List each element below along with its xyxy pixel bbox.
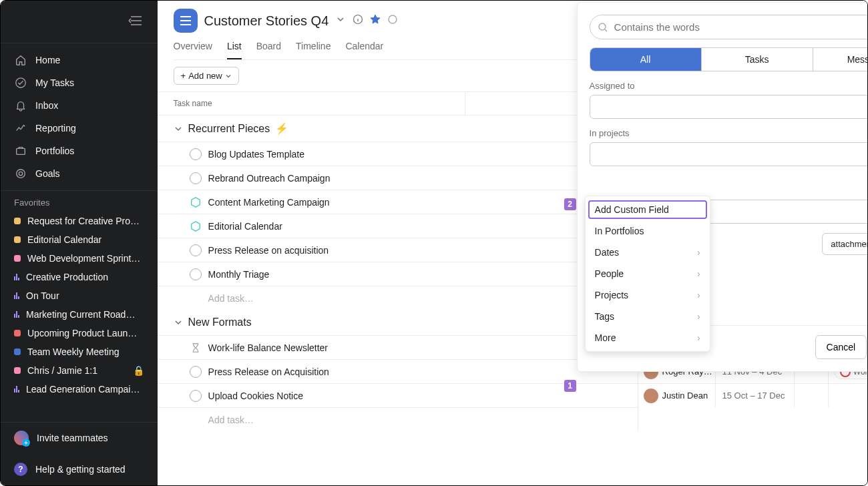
menu-item-dates[interactable]: Dates› xyxy=(586,242,710,263)
nav-label: Reporting xyxy=(35,123,76,134)
task-name: Content Marketing Campaign xyxy=(208,197,330,208)
in-projects-input[interactable] xyxy=(590,142,868,166)
collapse-sidebar-icon[interactable] xyxy=(128,15,144,29)
due-cell[interactable]: 15 Oct – 17 Dec xyxy=(716,384,795,407)
goals-icon xyxy=(14,167,27,180)
star-icon[interactable] xyxy=(370,14,381,27)
check-icon[interactable] xyxy=(190,366,202,378)
filter-menu: Add Custom FieldIn PortfoliosDates›Peopl… xyxy=(585,196,710,352)
nav-label: My Tasks xyxy=(35,77,74,88)
add-task-row[interactable]: Add task… xyxy=(158,286,638,310)
help-row[interactable]: ? Help & getting started xyxy=(1,453,158,485)
favorite-label: Request for Creative Pro… xyxy=(27,216,140,226)
info-icon[interactable] xyxy=(353,14,363,27)
chevron-right-icon: › xyxy=(697,268,700,279)
favorite-item[interactable]: Chris / Jamie 1:1🔒 xyxy=(1,361,158,380)
favorite-item[interactable]: Creative Production xyxy=(1,268,158,286)
task-name: Press Release on Acquisition xyxy=(208,367,329,377)
cancel-label: Cancel xyxy=(827,342,856,352)
favorite-label: Chris / Jamie 1:1 xyxy=(27,365,97,376)
invite-teammates[interactable]: Invite teammates xyxy=(1,422,158,453)
check-icon[interactable] xyxy=(190,172,202,184)
hexagon-icon xyxy=(190,220,202,232)
project-dot-icon xyxy=(14,348,21,355)
task-row[interactable]: Upload Cookies NoticeJustin Dean15 Oct –… xyxy=(158,383,867,407)
favorite-item[interactable]: Marketing Current Road… xyxy=(1,305,158,324)
assigned-to-label: Assigned to xyxy=(590,81,868,91)
menu-item-more[interactable]: More› xyxy=(586,327,710,348)
task-name: Blog Updates Template xyxy=(208,149,305,160)
task-name: Monthly Triage xyxy=(208,269,270,280)
favorite-label: Team Weekly Meeting xyxy=(27,346,119,357)
favorite-item[interactable]: On Tour xyxy=(1,286,158,305)
segment-all[interactable]: All xyxy=(590,48,702,71)
chevron-right-icon: › xyxy=(697,290,700,300)
project-dot-icon xyxy=(14,255,21,262)
invite-icon xyxy=(14,431,29,445)
menu-item-label: More xyxy=(595,332,616,343)
chevron-down-icon[interactable] xyxy=(335,14,346,27)
assignee-cell[interactable]: Justin Dean xyxy=(638,384,716,407)
lightning-icon: ⚡ xyxy=(275,122,288,135)
favorite-item[interactable]: Lead Generation Campai… xyxy=(1,380,158,399)
favorite-item[interactable]: Request for Creative Pro… xyxy=(1,212,158,230)
project-dot-icon xyxy=(14,330,21,336)
check-icon[interactable] xyxy=(190,148,202,160)
favorite-label: Upcoming Product Laun… xyxy=(27,328,137,338)
tab-board[interactable]: Board xyxy=(256,35,281,59)
segment-tasks[interactable]: Tasks xyxy=(702,48,813,71)
nav-goals[interactable]: Goals xyxy=(1,162,158,185)
bell-icon xyxy=(14,99,27,112)
favorite-item[interactable]: Team Weekly Meeting xyxy=(1,342,158,361)
nav-label: Goals xyxy=(35,168,60,179)
help-icon: ? xyxy=(14,463,27,476)
due-date: 15 Oct – 17 Dec xyxy=(722,391,785,401)
chevron-right-icon: › xyxy=(697,332,700,343)
cancel-button[interactable]: Cancel xyxy=(815,335,867,359)
menu-item-projects[interactable]: Projects› xyxy=(586,284,710,306)
hourglass-icon xyxy=(190,342,202,354)
nav-inbox[interactable]: Inbox xyxy=(1,94,158,117)
chart-icon xyxy=(14,292,19,299)
menu-item-add-custom-field[interactable]: Add Custom Field xyxy=(588,200,707,219)
menu-item-people[interactable]: People› xyxy=(586,263,710,284)
check-icon[interactable] xyxy=(190,390,202,402)
search-input[interactable] xyxy=(590,15,868,39)
tab-overview[interactable]: Overview xyxy=(174,35,212,59)
menu-item-label: Tags xyxy=(595,311,615,322)
add-new-button[interactable]: +Add new xyxy=(174,67,239,85)
main: Customer Stories Q4 OverviewListBoardTim… xyxy=(158,1,867,485)
in-projects-label: In projects xyxy=(590,128,868,138)
attachments-pill[interactable]: attachments xyxy=(822,233,868,255)
tab-list[interactable]: List xyxy=(227,35,242,59)
assigned-to-input[interactable] xyxy=(590,95,868,119)
status-icon[interactable] xyxy=(387,14,398,27)
help-label: Help & getting started xyxy=(35,464,126,475)
nav-home[interactable]: Home xyxy=(1,49,158,71)
portfolio-icon xyxy=(14,144,27,158)
add-task-row[interactable]: Add task… xyxy=(158,407,638,431)
check-icon[interactable] xyxy=(190,244,202,256)
favorite-item[interactable]: Upcoming Product Laun… xyxy=(1,324,158,342)
project-icon xyxy=(174,9,198,33)
menu-item-in-portfolios[interactable]: In Portfolios xyxy=(586,220,710,242)
nav-my-tasks[interactable]: My Tasks xyxy=(1,71,158,94)
nav-label: Portfolios xyxy=(35,146,74,156)
project-dot-icon xyxy=(14,236,21,243)
favorite-label: On Tour xyxy=(26,290,59,301)
favorite-label: Web Development Sprint… xyxy=(27,253,140,264)
svg-point-3 xyxy=(19,172,22,175)
favorite-item[interactable]: Web Development Sprint… xyxy=(1,249,158,268)
nav-reporting[interactable]: Reporting xyxy=(1,117,158,140)
menu-item-tags[interactable]: Tags› xyxy=(586,306,710,327)
favorite-item[interactable]: Editorial Calendar xyxy=(1,230,158,249)
task-name: Rebrand Outreach Campaign xyxy=(208,173,331,184)
tab-timeline[interactable]: Timeline xyxy=(296,35,331,59)
check-icon[interactable] xyxy=(190,268,202,280)
project-dot-icon xyxy=(14,218,21,224)
tab-calendar[interactable]: Calendar xyxy=(345,35,383,59)
nav-portfolios[interactable]: Portfolios xyxy=(1,140,158,162)
invite-label: Invite teammates xyxy=(37,433,108,443)
segment-messages[interactable]: Messages xyxy=(813,48,868,71)
hexagon-icon xyxy=(190,196,202,208)
